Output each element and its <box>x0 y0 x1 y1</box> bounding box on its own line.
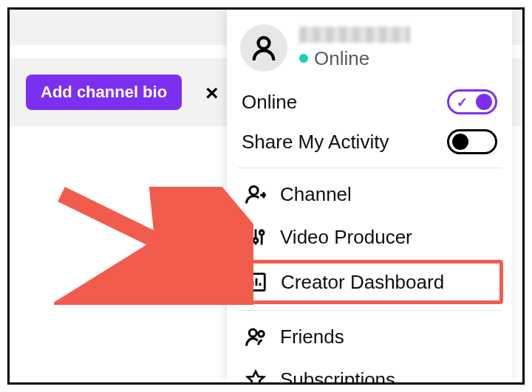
menu-item-video-producer-label: Video Producer <box>280 226 412 249</box>
check-icon: ✓ <box>457 94 468 111</box>
svg-point-7 <box>259 331 265 337</box>
avatar[interactable] <box>240 24 287 72</box>
sliders-icon <box>243 224 268 250</box>
svg-point-0 <box>259 38 270 49</box>
star-icon <box>243 367 268 385</box>
menu-item-subscriptions[interactable]: Subscriptions <box>237 358 502 385</box>
menu-item-channel-label: Channel <box>280 183 352 206</box>
share-activity-toggle[interactable] <box>447 129 497 154</box>
dashboard-icon <box>244 269 269 295</box>
profile-header: Online <box>237 20 502 82</box>
share-activity-toggle-row: Share My Activity <box>237 122 502 162</box>
menu-item-friends-label: Friends <box>280 326 344 348</box>
menu-item-creator-dashboard[interactable]: Creator Dashboard <box>236 260 503 304</box>
close-icon[interactable]: × <box>205 80 219 106</box>
menu-item-channel[interactable]: Channel <box>237 173 502 216</box>
svg-point-6 <box>249 329 256 337</box>
divider <box>237 310 502 311</box>
person-icon <box>249 33 279 63</box>
menu-item-video-producer[interactable]: Video Producer <box>237 216 502 258</box>
add-channel-bio-button[interactable]: Add channel bio <box>26 75 182 110</box>
menu-item-creator-dashboard-label: Creator Dashboard <box>281 271 444 294</box>
annotation-arrow-icon <box>54 187 253 305</box>
friends-icon <box>243 324 268 349</box>
menu-item-subscriptions-label: Subscriptions <box>280 368 395 385</box>
user-dropdown-menu: Online Online ✓ Share My Activity <box>227 10 512 382</box>
online-toggle-row: Online ✓ <box>237 82 502 122</box>
add-channel-bio-label: Add channel bio <box>41 83 167 102</box>
svg-point-1 <box>250 186 258 194</box>
online-toggle[interactable]: ✓ <box>447 89 497 114</box>
share-activity-label: Share My Activity <box>242 131 389 154</box>
status-text: Online <box>314 47 369 70</box>
svg-line-8 <box>61 194 228 275</box>
svg-point-3 <box>253 238 258 243</box>
username-redacted <box>299 27 410 43</box>
online-toggle-label: Online <box>242 91 297 114</box>
divider <box>237 168 502 168</box>
svg-point-2 <box>248 231 252 235</box>
svg-point-4 <box>259 230 264 235</box>
status-dot-icon <box>299 54 308 63</box>
channel-icon <box>243 182 268 207</box>
status-line: Online <box>299 47 410 70</box>
menu-item-friends[interactable]: Friends <box>237 315 502 358</box>
